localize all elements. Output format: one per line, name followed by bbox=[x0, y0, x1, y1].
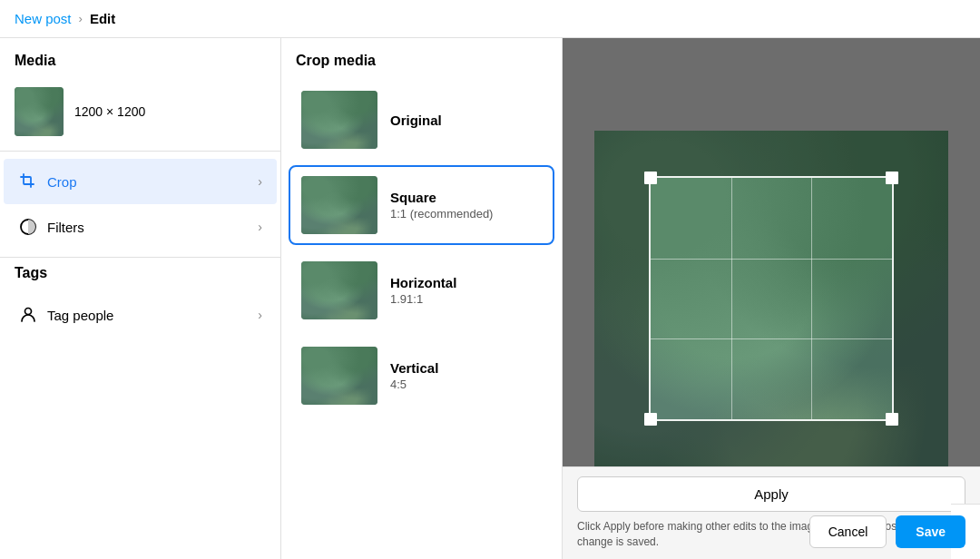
left-panel: Media 1200 × 1200 Crop › bbox=[0, 38, 281, 559]
crop-ratio-square: 1:1 (recommended) bbox=[390, 207, 493, 221]
divider-2 bbox=[0, 257, 280, 258]
crop-label: Crop bbox=[47, 174, 77, 190]
middle-panel: Crop media Original Square 1:1 (recommen… bbox=[281, 38, 563, 559]
crop-option-horizontal[interactable]: Horizontal 1.91:1 bbox=[289, 250, 554, 330]
tag-people-label: Tag people bbox=[47, 308, 113, 323]
crop-handle-tr[interactable] bbox=[886, 172, 898, 184]
crop-info-original: Original bbox=[390, 113, 442, 128]
crop-thumb-square bbox=[301, 176, 377, 234]
apply-button[interactable]: Apply bbox=[577, 476, 965, 512]
media-preview-row: 1200 × 1200 bbox=[0, 80, 280, 151]
grid-line-h1 bbox=[651, 259, 892, 260]
header-edit-label: Edit bbox=[90, 11, 115, 26]
image-container bbox=[594, 131, 948, 466]
crop-ratio-vertical: 4:5 bbox=[390, 378, 438, 391]
grid-line-v2 bbox=[811, 178, 812, 419]
footer: Cancel Save bbox=[951, 504, 980, 559]
crop-thumb-vertical bbox=[301, 347, 377, 405]
crop-grid bbox=[651, 178, 892, 419]
crop-name-horizontal: Horizontal bbox=[390, 275, 456, 290]
crop-overlay[interactable] bbox=[649, 176, 894, 421]
tag-people-left: Tag people bbox=[18, 305, 113, 325]
crop-icon bbox=[18, 172, 38, 191]
save-button[interactable]: Save bbox=[896, 515, 965, 548]
media-section-title: Media bbox=[0, 53, 280, 80]
crop-option-square[interactable]: Square 1:1 (recommended) bbox=[289, 165, 554, 245]
grid-line-h2 bbox=[651, 338, 892, 339]
grid-line-v1 bbox=[731, 178, 732, 419]
new-post-link[interactable]: New post bbox=[15, 11, 72, 26]
crop-info-horizontal: Horizontal 1.91:1 bbox=[390, 275, 456, 306]
crop-media-title: Crop media bbox=[281, 53, 562, 80]
crop-option-original[interactable]: Original bbox=[289, 80, 554, 160]
person-icon bbox=[18, 305, 38, 325]
crop-name-original: Original bbox=[390, 113, 442, 128]
crop-chevron-icon: › bbox=[258, 174, 262, 189]
crop-thumb-horizontal bbox=[301, 261, 377, 319]
crop-handle-tl[interactable] bbox=[644, 172, 657, 184]
crop-handle-bl[interactable] bbox=[644, 413, 657, 426]
crop-menu-item-left: Crop bbox=[18, 172, 77, 191]
crop-info-square: Square 1:1 (recommended) bbox=[390, 190, 493, 221]
filters-icon bbox=[18, 217, 38, 237]
header-chevron-icon: › bbox=[79, 12, 83, 25]
tag-people-menu-item[interactable]: Tag people › bbox=[4, 292, 277, 338]
right-panel: Apply Click Apply before making other ed… bbox=[563, 38, 980, 559]
filters-menu-item-left: Filters bbox=[18, 217, 84, 237]
filters-chevron-icon: › bbox=[258, 220, 262, 234]
filters-label: Filters bbox=[47, 220, 84, 235]
filters-menu-item[interactable]: Filters › bbox=[4, 204, 277, 250]
crop-option-vertical[interactable]: Vertical 4:5 bbox=[289, 336, 554, 416]
cancel-button[interactable]: Cancel bbox=[809, 515, 887, 548]
crop-info-vertical: Vertical 4:5 bbox=[390, 360, 438, 391]
tags-section-title: Tags bbox=[0, 265, 280, 292]
media-dimensions: 1200 × 1200 bbox=[74, 104, 145, 119]
crop-ratio-horizontal: 1.91:1 bbox=[390, 292, 456, 306]
crop-menu-item[interactable]: Crop › bbox=[4, 159, 277, 204]
crop-name-vertical: Vertical bbox=[390, 360, 438, 376]
main-content: Media 1200 × 1200 Crop › bbox=[0, 38, 980, 559]
header: New post › Edit bbox=[0, 0, 980, 38]
crop-name-square: Square bbox=[390, 190, 493, 205]
crop-handle-br[interactable] bbox=[886, 413, 898, 426]
crop-thumb-original bbox=[301, 91, 377, 149]
tag-people-chevron-icon: › bbox=[258, 308, 262, 322]
divider-1 bbox=[0, 151, 280, 152]
svg-point-1 bbox=[25, 309, 32, 315]
media-thumbnail bbox=[15, 87, 64, 136]
